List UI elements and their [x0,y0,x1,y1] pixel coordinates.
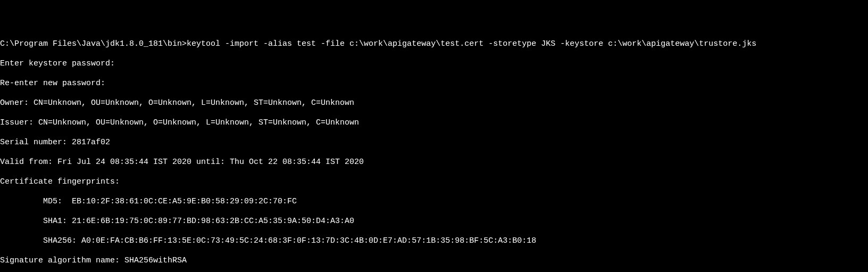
prompt-reenter-password: Re-enter new password: [0,79,868,89]
command-line: C:\Program Files\Java\jdk1.8.0_181\bin>k… [0,39,868,50]
cert-fingerprints-label: Certificate fingerprints: [0,177,868,187]
cert-issuer: Issuer: CN=Unknown, OU=Unknown, O=Unknow… [0,118,868,128]
prompt-enter-password: Enter keystore password: [0,59,868,69]
cert-sha1: SHA1: 21:6E:6B:19:75:0C:89:77:BD:98:63:2… [0,217,868,227]
cert-owner: Owner: CN=Unknown, OU=Unknown, O=Unknown… [0,98,868,109]
cert-sig-algorithm: Signature algorithm name: SHA256withRSA [0,256,868,266]
cert-sha256: SHA256: A0:0E:FA:CB:B6:FF:13:5E:0C:73:49… [0,236,868,246]
cert-serial-number: Serial number: 2817af02 [0,138,868,148]
cert-md5: MD5: EB:10:2F:38:61:0C:CE:A5:9E:B0:58:29… [0,197,868,207]
cert-valid-from: Valid from: Fri Jul 24 08:35:44 IST 2020… [0,158,868,168]
